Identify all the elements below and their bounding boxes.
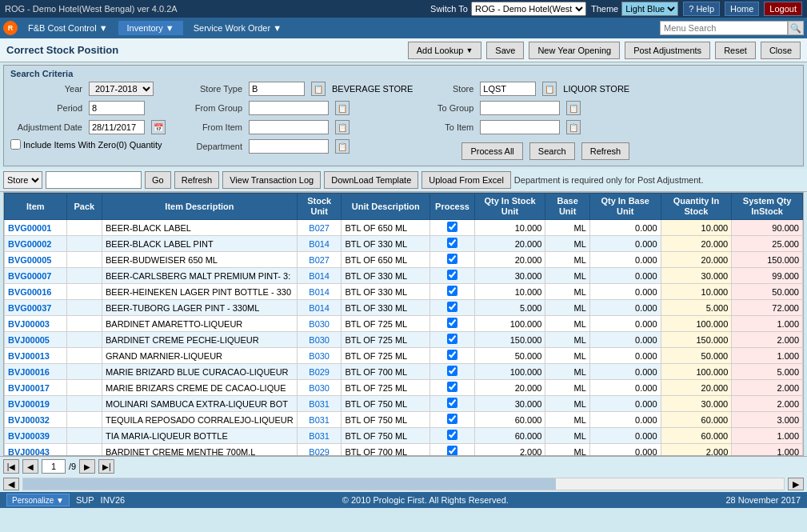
cell-item: BVG00005 xyxy=(5,252,67,268)
next-page-button[interactable]: ▶ xyxy=(79,459,95,474)
save-button[interactable]: Save xyxy=(486,42,524,59)
year-select[interactable]: 2017-2018 xyxy=(89,82,154,96)
scroll-thumb[interactable] xyxy=(23,478,556,490)
cell-process[interactable] xyxy=(430,364,474,380)
refresh-button-criteria[interactable]: Refresh xyxy=(581,142,630,160)
period-input[interactable] xyxy=(89,101,145,115)
process-checkbox[interactable] xyxy=(447,286,457,296)
scroll-left-button[interactable]: ◀ xyxy=(3,478,19,490)
from-item-lookup-icon[interactable]: 📋 xyxy=(335,120,350,134)
store-input-criteria[interactable] xyxy=(480,82,536,96)
menu-search-input[interactable] xyxy=(660,21,788,35)
close-button[interactable]: Close xyxy=(761,42,801,59)
personalize-button[interactable]: Personalize ▼ xyxy=(6,494,70,506)
add-lookup-button[interactable]: Add Lookup ▼ xyxy=(408,42,482,59)
department-label: Department xyxy=(178,142,242,151)
cell-process[interactable] xyxy=(430,316,474,332)
cell-stock-unit: B030 xyxy=(297,332,341,348)
post-adjustments-button[interactable]: Post Adjustments xyxy=(625,42,710,59)
cell-process[interactable] xyxy=(430,300,474,316)
process-checkbox[interactable] xyxy=(447,366,457,376)
cell-process[interactable] xyxy=(430,428,474,444)
process-checkbox[interactable] xyxy=(447,270,457,280)
scroll-track[interactable] xyxy=(22,478,785,490)
search-button[interactable]: Search xyxy=(529,142,575,160)
logout-button[interactable]: Logout xyxy=(764,2,802,16)
upload-from-excel-button[interactable]: Upload From Excel xyxy=(421,171,511,189)
help-button[interactable]: ? Help xyxy=(683,2,720,16)
cell-process[interactable] xyxy=(430,268,474,284)
table-container[interactable]: Item Pack Item Description Stock Unit Un… xyxy=(3,192,804,456)
cell-process[interactable] xyxy=(430,220,474,236)
page-number-input[interactable] xyxy=(42,459,66,474)
process-checkbox[interactable] xyxy=(447,382,457,392)
process-checkbox[interactable] xyxy=(447,318,457,328)
calendar-icon[interactable]: 📅 xyxy=(151,120,166,134)
last-page-button[interactable]: ▶| xyxy=(98,459,114,474)
store-type-dropdown[interactable]: Store Item xyxy=(3,171,42,189)
first-page-button[interactable]: |◀ xyxy=(3,459,19,474)
cell-desc: MARIE BRIZARS CREME DE CACAO-LIQUE xyxy=(102,380,297,396)
process-all-button[interactable]: Process All xyxy=(461,142,522,160)
department-input[interactable] xyxy=(249,139,329,154)
process-checkbox[interactable] xyxy=(447,398,457,408)
process-checkbox[interactable] xyxy=(447,350,457,360)
cell-process[interactable] xyxy=(430,252,474,268)
cell-base-unit: ML xyxy=(545,236,589,252)
cell-stock-unit: B030 xyxy=(297,380,341,396)
from-group-lookup-icon[interactable]: 📋 xyxy=(335,101,350,115)
cell-qty-stock: 20.000 xyxy=(474,236,545,252)
switch-to-select[interactable]: ROG - Demo Hotel(West xyxy=(471,2,586,16)
prev-page-button[interactable]: ◀ xyxy=(22,459,38,474)
to-group-input[interactable] xyxy=(480,101,560,115)
cell-process[interactable] xyxy=(430,412,474,428)
reset-button[interactable]: Reset xyxy=(715,42,756,59)
process-checkbox[interactable] xyxy=(447,302,457,312)
view-transaction-log-button[interactable]: View Transaction Log xyxy=(222,171,321,189)
include-zero-checkbox-label[interactable]: Include Items With Zero(0) Quantity xyxy=(10,139,162,150)
store-type-input[interactable] xyxy=(249,82,305,96)
include-zero-checkbox[interactable] xyxy=(10,139,21,150)
home-button[interactable]: Home xyxy=(725,2,759,16)
cell-process[interactable] xyxy=(430,444,474,456)
from-group-input[interactable] xyxy=(249,101,329,115)
process-checkbox[interactable] xyxy=(447,254,457,264)
go-button[interactable]: Go xyxy=(145,171,171,189)
to-group-lookup-icon[interactable]: 📋 xyxy=(566,101,581,115)
cell-process[interactable] xyxy=(430,396,474,412)
process-checkbox[interactable] xyxy=(447,222,457,232)
page-title: Correct Stock Position xyxy=(6,44,403,56)
process-checkbox[interactable] xyxy=(447,414,457,424)
nav-service-work-order[interactable]: Service Work Order ▼ xyxy=(185,21,290,35)
cell-process[interactable] xyxy=(430,348,474,364)
store-type-lookup-icon[interactable]: 📋 xyxy=(311,82,326,96)
process-checkbox[interactable] xyxy=(447,334,457,344)
cell-process[interactable] xyxy=(430,332,474,348)
new-year-opening-button[interactable]: New Year Opening xyxy=(529,42,620,59)
cell-process[interactable] xyxy=(430,380,474,396)
to-item-input[interactable] xyxy=(480,120,560,134)
process-checkbox[interactable] xyxy=(447,238,457,248)
nav-inventory[interactable]: Inventory ▼ xyxy=(118,21,183,35)
department-lookup-icon[interactable]: 📋 xyxy=(335,139,350,154)
horizontal-scroll-bar[interactable]: ◀ ▶ xyxy=(0,476,807,492)
from-item-input[interactable] xyxy=(249,120,329,134)
store-lookup-icon[interactable]: 📋 xyxy=(542,82,557,96)
adj-date-input[interactable] xyxy=(89,120,145,134)
download-template-button[interactable]: DownLoad Template xyxy=(324,171,418,189)
process-checkbox[interactable] xyxy=(447,430,457,440)
include-zero-label: Include Items With Zero(0) Quantity xyxy=(23,140,162,150)
to-item-lookup-icon[interactable]: 📋 xyxy=(566,120,581,134)
refresh-button-toolbar[interactable]: Refresh xyxy=(174,171,220,189)
scroll-right-button[interactable]: ▶ xyxy=(788,478,804,490)
cell-qty-base: 0.000 xyxy=(589,364,661,380)
menu-search-icon[interactable]: 🔍 xyxy=(788,21,804,35)
process-checkbox[interactable] xyxy=(447,446,457,456)
cell-process[interactable] xyxy=(430,236,474,252)
cell-pack xyxy=(66,380,102,396)
cell-process[interactable] xyxy=(430,284,474,300)
cell-qty-stock: 20.000 xyxy=(474,252,545,268)
theme-select[interactable]: Light Blue xyxy=(621,2,678,16)
store-search-input[interactable] xyxy=(46,171,142,189)
nav-fb-cost-control[interactable]: F&B Cost Control ▼ xyxy=(19,21,117,35)
